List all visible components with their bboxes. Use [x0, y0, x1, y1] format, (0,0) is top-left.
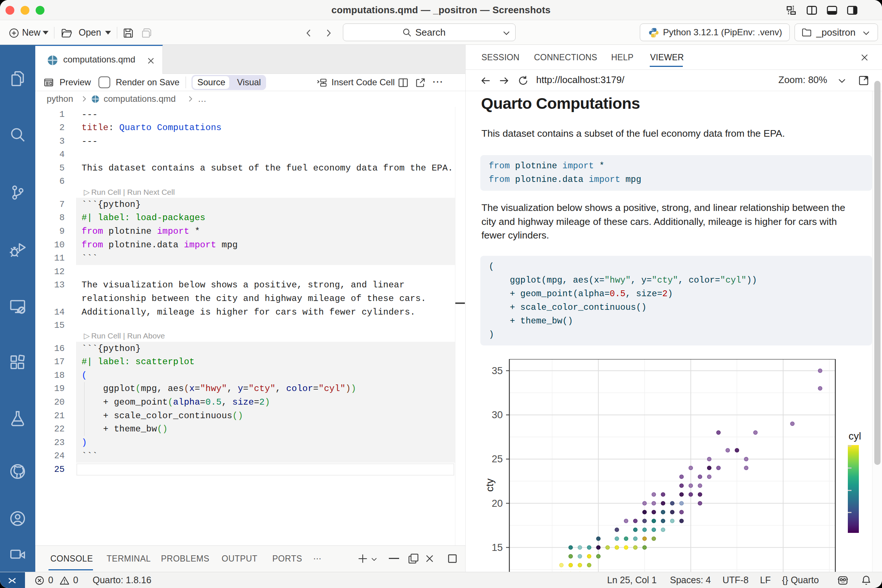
svg-text:cyl: cyl — [849, 430, 861, 442]
svg-text:20: 20 — [492, 498, 503, 509]
svg-text:cty: cty — [484, 478, 495, 492]
svg-text:30: 30 — [492, 410, 503, 420]
svg-text:15: 15 — [492, 542, 503, 553]
svg-text:25: 25 — [492, 453, 503, 465]
svg-text:35: 35 — [492, 365, 503, 376]
